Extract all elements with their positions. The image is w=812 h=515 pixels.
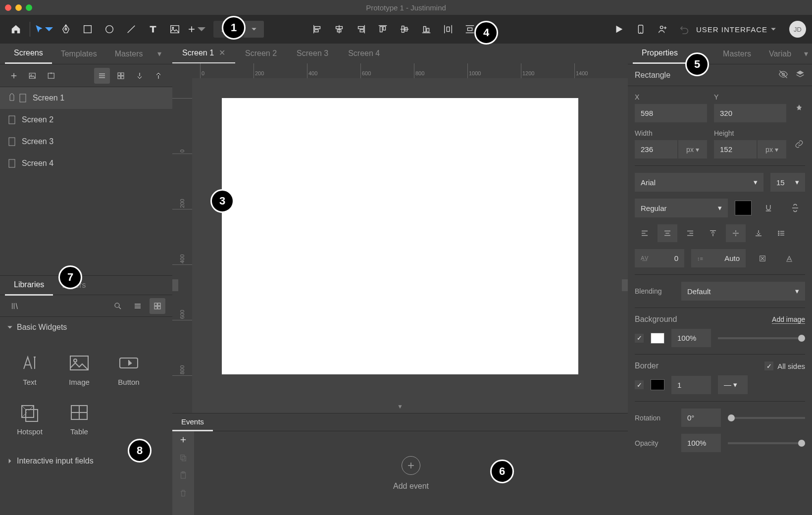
close-icon[interactable]: ✕ (219, 48, 225, 57)
text-color-swatch[interactable] (735, 201, 752, 215)
align-right-icon[interactable] (351, 19, 371, 39)
grid-view-icon[interactable] (113, 68, 129, 84)
library-icon[interactable] (7, 298, 23, 314)
border-width-input[interactable] (671, 376, 711, 394)
tab-masters-left[interactable]: Masters (106, 45, 152, 63)
layers-icon[interactable] (795, 69, 805, 81)
underline-icon[interactable] (759, 199, 778, 217)
list-view-icon[interactable] (94, 68, 110, 84)
artboard[interactable] (222, 98, 578, 374)
text-tool-icon[interactable] (143, 19, 163, 39)
border-color-swatch[interactable] (651, 379, 664, 390)
align-bottom-icon[interactable] (416, 19, 436, 39)
ellipse-tool-icon[interactable] (100, 19, 119, 39)
list-icon[interactable] (771, 224, 791, 242)
widget-hotspot[interactable]: Hotspot (5, 394, 54, 444)
rotation-input[interactable] (681, 409, 721, 427)
text-transform-icon[interactable] (779, 250, 799, 267)
screen-row[interactable]: Screen 3 (0, 131, 172, 153)
tab-masters-right[interactable]: Masters (714, 45, 760, 63)
section-basic-widgets[interactable]: Basic Widgets (0, 317, 172, 338)
background-opacity-input[interactable] (671, 329, 711, 347)
undo-icon[interactable] (674, 19, 694, 39)
align-middle-v-icon[interactable] (395, 19, 414, 39)
line-height-input[interactable]: ↕≡ Auto (691, 249, 746, 267)
play-icon[interactable] (609, 19, 629, 39)
link-dimensions-icon[interactable] (793, 140, 805, 149)
grid-view-icon[interactable] (150, 298, 165, 314)
text-align-center-icon[interactable] (658, 224, 677, 242)
text-align-left-icon[interactable] (635, 224, 655, 242)
add-image-link[interactable]: Add image (772, 315, 805, 324)
rotation-slider[interactable] (728, 417, 805, 419)
window-minimize-icon[interactable] (15, 4, 22, 11)
mode-dropdown[interactable]: USER INTERFACE (696, 25, 776, 34)
image-tool-icon[interactable] (165, 19, 185, 39)
sort-down-icon[interactable] (132, 68, 148, 84)
rectangle-tool-icon[interactable] (78, 19, 98, 39)
autosize-icon[interactable] (753, 250, 772, 267)
tab-libraries[interactable]: Libraries (5, 275, 53, 296)
duplicate-event-icon[interactable] (179, 453, 188, 464)
font-size-dropdown[interactable]: 15▾ (770, 173, 805, 192)
background-opacity-slider[interactable] (718, 337, 805, 339)
height-unit-dropdown[interactable]: px ▾ (758, 140, 786, 158)
add-tool-icon[interactable] (187, 19, 206, 39)
background-checkbox[interactable]: ✓ (635, 334, 644, 343)
vertical-align-top-icon[interactable] (703, 224, 723, 242)
select-tool-icon[interactable] (34, 19, 54, 39)
collapse-right-icon[interactable] (622, 279, 628, 291)
home-icon[interactable] (6, 19, 26, 39)
vertical-align-bottom-icon[interactable] (749, 224, 768, 242)
align-center-h-icon[interactable] (329, 19, 349, 39)
align-top-icon[interactable] (373, 19, 393, 39)
x-input[interactable] (635, 104, 707, 122)
screen-row[interactable]: Screen 1 (0, 87, 172, 109)
add-event-button[interactable]: + (402, 456, 420, 475)
screen-row[interactable]: Screen 4 (0, 153, 172, 174)
width-input[interactable] (635, 140, 677, 158)
left-tabs-overflow-icon[interactable]: ▾ (152, 49, 167, 58)
tab-events[interactable]: Events (172, 413, 213, 431)
vertical-align-middle-icon[interactable] (726, 224, 746, 242)
search-icon[interactable] (110, 298, 126, 314)
add-event-icon[interactable] (179, 435, 188, 446)
all-sides-checkbox[interactable]: ✓ (764, 361, 773, 370)
opacity-input[interactable] (681, 434, 721, 452)
canvas-tab[interactable]: Screen 3 (287, 44, 338, 63)
paste-event-icon[interactable] (179, 471, 188, 482)
add-screen-icon[interactable] (6, 68, 22, 84)
canvas-tab[interactable]: Screen 1 ✕ (172, 43, 235, 64)
height-input[interactable] (714, 140, 757, 158)
expand-down-icon[interactable]: ▼ (397, 403, 403, 410)
line-tool-icon[interactable] (121, 19, 141, 39)
width-unit-dropdown[interactable]: px ▾ (678, 140, 707, 158)
blending-dropdown[interactable]: Default▾ (681, 282, 805, 301)
sort-up-icon[interactable] (151, 68, 166, 84)
window-close-icon[interactable] (5, 4, 11, 11)
share-user-icon[interactable] (653, 19, 672, 39)
canvas-tab[interactable]: Screen 4 (338, 44, 390, 63)
collapse-left-icon[interactable] (172, 279, 178, 291)
border-checkbox[interactable]: ✓ (635, 380, 644, 389)
background-color-swatch[interactable] (651, 333, 664, 344)
zoom-dropdown-icon[interactable] (244, 21, 264, 38)
font-weight-dropdown[interactable]: Regular▾ (635, 199, 728, 217)
tab-screens[interactable]: Screens (5, 44, 52, 64)
widget-image[interactable]: Image (54, 345, 104, 394)
opacity-slider[interactable] (728, 442, 805, 444)
align-left-icon[interactable] (307, 19, 327, 39)
pen-tool-icon[interactable] (56, 19, 76, 39)
tab-properties[interactable]: Properties (633, 44, 687, 64)
font-family-dropdown[interactable]: Arial▾ (635, 173, 763, 192)
widget-text[interactable]: Text (5, 345, 54, 394)
distribute-h-icon[interactable] (438, 19, 458, 39)
letter-spacing-input[interactable]: A͟V 0 (635, 249, 684, 267)
tab-templates[interactable]: Templates (52, 45, 106, 63)
visibility-icon[interactable] (778, 69, 788, 81)
screen-row[interactable]: Screen 2 (0, 109, 172, 131)
border-style-dropdown[interactable]: — ▾ (718, 375, 748, 394)
y-input[interactable] (714, 104, 786, 122)
strikethrough-icon[interactable] (785, 199, 805, 217)
widget-table[interactable]: Table (54, 394, 104, 444)
